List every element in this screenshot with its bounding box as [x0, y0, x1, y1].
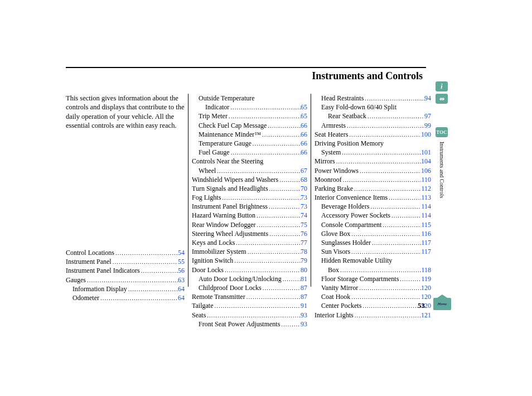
toc-page-link[interactable]: 113	[421, 193, 431, 202]
toc-row[interactable]: Steering Wheel Adjustments76	[192, 229, 307, 238]
toc-row[interactable]: Rear Window Defogger75	[192, 220, 307, 229]
toc-page-link[interactable]: 56	[178, 266, 185, 275]
toc-row[interactable]: Box118	[315, 265, 431, 274]
toc-row[interactable]: Fuel Gauge66	[192, 148, 307, 157]
toc-page-link[interactable]: 116	[421, 229, 431, 238]
toc-row[interactable]: Hazard Warning Button74	[192, 211, 307, 220]
toc-page-link[interactable]: 66	[301, 121, 307, 130]
toc-row[interactable]: Power Windows106	[315, 166, 431, 175]
toc-row[interactable]: Check Fuel Cap Message66	[192, 121, 307, 130]
toc-page-link[interactable]: 63	[178, 276, 185, 284]
toc-row[interactable]: Beverage Holders114	[315, 202, 431, 211]
toc-row[interactable]: Information Display64	[66, 284, 185, 293]
toc-page-link[interactable]: 100	[421, 130, 431, 139]
toc-page-link[interactable]: 66	[301, 130, 307, 139]
toc-page-link[interactable]: 117	[421, 238, 431, 247]
toc-page-link[interactable]: 112	[421, 184, 431, 193]
toc-page-link[interactable]: 104	[421, 157, 431, 166]
toc-page-link[interactable]: 94	[424, 94, 431, 103]
toc-row[interactable]: System101	[315, 148, 431, 157]
toc-row[interactable]: Glove Box116	[315, 229, 431, 238]
toc-row[interactable]: Temperature Gauge66	[192, 139, 307, 148]
toc-page-link[interactable]: 101	[421, 148, 431, 157]
toc-row[interactable]: Rear Seatback97	[315, 112, 431, 120]
toc-page-link[interactable]: 119	[421, 274, 431, 283]
tab-home[interactable]: Home	[433, 298, 451, 310]
toc-page-link[interactable]: 93	[301, 320, 307, 329]
toc-page-link[interactable]: 106	[421, 166, 431, 175]
toc-row[interactable]: Instrument Panel Brightness73	[192, 202, 307, 211]
toc-page-link[interactable]: 120	[421, 292, 431, 301]
toc-page-link[interactable]: 75	[301, 220, 307, 229]
toc-page-link[interactable]: 87	[301, 283, 307, 292]
toc-row[interactable]: Seats93	[192, 311, 307, 320]
toc-row[interactable]: Wheel67	[192, 166, 307, 175]
toc-row[interactable]: Accessory Power Sockets114	[315, 211, 431, 220]
toc-row[interactable]: Odometer64	[66, 293, 185, 302]
toc-row[interactable]: Turn Signals and Headlights70	[192, 184, 307, 193]
toc-row[interactable]: Trip Meter65	[192, 112, 307, 120]
toc-page-link[interactable]: 78	[301, 247, 307, 256]
toc-page-link[interactable]: 93	[301, 311, 307, 320]
toc-row[interactable]: Maintenance Minder™66	[192, 130, 307, 139]
toc-row[interactable]: Sun Visors117	[315, 247, 431, 256]
toc-page-link[interactable]: 73	[301, 202, 307, 211]
toc-page-link[interactable]: 79	[301, 256, 307, 265]
toc-page-link[interactable]: 66	[301, 148, 307, 157]
toc-page-link[interactable]: 114	[421, 211, 431, 220]
toc-row[interactable]: Childproof Door Locks87	[192, 283, 307, 292]
toc-row[interactable]: Door Locks80	[192, 265, 307, 274]
toc-row[interactable]: Parking Brake112	[315, 184, 431, 193]
toc-row[interactable]: Moonroof110	[315, 175, 431, 184]
toc-page-link[interactable]: 73	[301, 193, 307, 202]
toc-page-link[interactable]: 118	[421, 265, 431, 274]
toc-row[interactable]: Head Restraints94	[315, 94, 431, 103]
toc-row[interactable]: Sunglasses Holder117	[315, 238, 431, 247]
toc-page-link[interactable]: 77	[301, 238, 307, 247]
toc-page-link[interactable]: 66	[301, 139, 307, 148]
toc-page-link[interactable]: 81	[301, 274, 307, 283]
toc-page-link[interactable]: 117	[421, 247, 431, 256]
toc-page-link[interactable]: 54	[178, 248, 185, 257]
toc-page-link[interactable]: 70	[301, 184, 307, 193]
toc-page-link[interactable]: 67	[301, 166, 307, 175]
toc-page-link[interactable]: 97	[424, 112, 431, 120]
toc-row[interactable]: Mirrors104	[315, 157, 431, 166]
toc-row[interactable]: Gauges63	[66, 276, 185, 284]
toc-row[interactable]: Interior Lights121	[315, 311, 431, 320]
toc-page-link[interactable]: 76	[301, 229, 307, 238]
toc-row[interactable]: Coat Hook120	[315, 292, 431, 301]
toc-row[interactable]: Ignition Switch79	[192, 256, 307, 265]
toc-page-link[interactable]: 55	[178, 257, 185, 266]
toc-row[interactable]: Keys and Locks77	[192, 238, 307, 247]
toc-row[interactable]: Windshield Wipers and Washers68	[192, 175, 307, 184]
toc-page-link[interactable]: 114	[421, 202, 431, 211]
toc-row[interactable]: Remote Transmitter87	[192, 292, 307, 301]
toc-row[interactable]: Floor Storage Compartments119	[315, 274, 431, 283]
toc-row[interactable]: Center Pockets120	[315, 301, 431, 310]
toc-page-link[interactable]: 74	[301, 211, 307, 220]
toc-row[interactable]: Control Locations54	[66, 248, 185, 257]
toc-page-link[interactable]: 80	[301, 265, 307, 274]
toc-row[interactable]: Interior Convenience Items113	[315, 193, 431, 202]
toc-page-link[interactable]: 91	[301, 301, 307, 310]
toc-page-link[interactable]: 65	[301, 103, 307, 112]
toc-row[interactable]: Front Seat Power Adjustments93	[192, 320, 307, 329]
toc-row[interactable]: Immobilizer System78	[192, 247, 307, 256]
toc-page-link[interactable]: 64	[178, 284, 185, 293]
toc-row[interactable]: Auto Door Locking/Unlocking81	[192, 274, 307, 283]
toc-row[interactable]: Console Compartment115	[315, 220, 431, 229]
toc-page-link[interactable]: 99	[424, 121, 431, 130]
toc-row[interactable]: Instrument Panel55	[66, 257, 185, 266]
tab-overview[interactable]: ⇔	[436, 94, 448, 104]
toc-row[interactable]: Vanity Mirror120	[315, 283, 431, 292]
tab-info[interactable]: i	[436, 81, 448, 91]
toc-page-link[interactable]: 120	[421, 283, 431, 292]
toc-row[interactable]: Armrests99	[315, 121, 431, 130]
toc-row[interactable]: Instrument Panel Indicators56	[66, 266, 185, 275]
toc-row[interactable]: Tailgate91	[192, 301, 307, 310]
toc-page-link[interactable]: 87	[301, 292, 307, 301]
toc-page-link[interactable]: 64	[178, 293, 185, 302]
toc-row[interactable]: Fog Lights73	[192, 193, 307, 202]
toc-page-link[interactable]: 68	[301, 175, 307, 184]
